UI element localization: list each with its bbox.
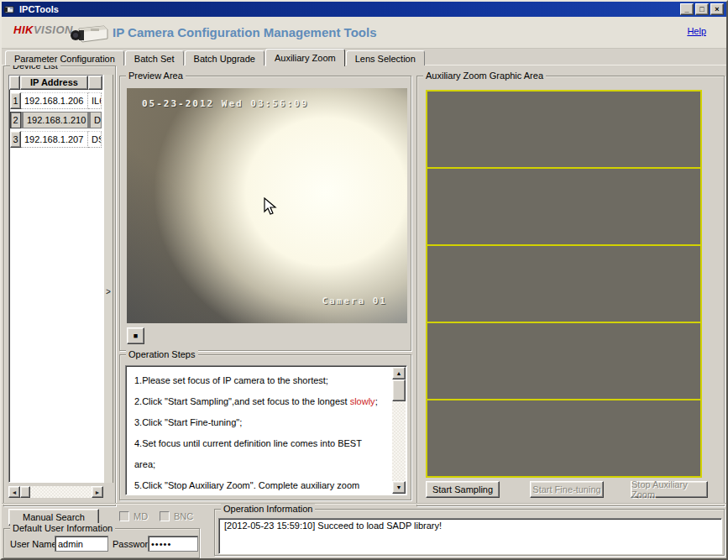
device-row-1[interactable]: 1 192.168.1.206 IL6 (10, 92, 102, 109)
page-title: IP Camera Configuration Management Tools (113, 25, 377, 39)
user-name-field[interactable] (55, 536, 107, 551)
device-list-expander[interactable]: > (103, 75, 113, 483)
preview-area-label: Preview Area (126, 71, 186, 81)
log-line: [2012-05-23 15:59:10] Succeed to load SA… (224, 521, 716, 531)
stop-auxiliary-zoom-button[interactable]: Stop Auxiliary Zoom (631, 481, 708, 498)
model-column-header[interactable] (88, 76, 102, 90)
tab-auxiliary-zoom[interactable]: Auxiliary Zoom (265, 49, 345, 66)
close-button[interactable]: × (710, 3, 724, 15)
minimize-button[interactable]: _ (680, 3, 694, 15)
preview-area-group: Preview Area 05-23-2012 Wed 03:56:09 Cam… (119, 76, 411, 351)
bnc-checkbox-label: BNC (174, 511, 193, 521)
step-line: 1.Please set focus of IP camera to the s… (134, 370, 385, 391)
password-field[interactable] (149, 536, 197, 551)
stop-icon: ■ (134, 328, 138, 343)
ip-address-column-header[interactable]: IP Address (20, 76, 88, 90)
hikvision-logo: HIKVISION (13, 24, 73, 36)
step-line: 5.Click "Stop Auxiliary Zoom". Complete … (134, 475, 385, 495)
app-icon (4, 4, 16, 14)
camera-product-image (65, 22, 109, 45)
device-row-3[interactable]: 3 192.168.1.207 DS2 (10, 131, 102, 148)
default-user-info-label: Default User Information (10, 523, 115, 533)
step-line: 2.Click "Start Sampling",and set focus t… (134, 391, 385, 412)
device-row-2-selected[interactable]: 2 192.168.1.210 DS- (10, 112, 102, 128)
tab-parameter-configuration[interactable]: Parameter Configuration (5, 50, 124, 65)
title-bar: IPCTools _ □ × (2, 2, 726, 17)
help-link[interactable]: Help (687, 26, 706, 36)
device-list-horizontal-scrollbar[interactable]: ◄ ► (8, 486, 103, 498)
scroll-up-icon[interactable]: ▲ (392, 367, 406, 379)
operation-steps-label: Operation Steps (126, 349, 198, 359)
zoom-graph-panel-2 (426, 167, 702, 246)
brand-hik: HIK (13, 24, 34, 36)
aux-zoom-buttons: Start Sampling Start Fine-tuning Stop Au… (426, 481, 719, 498)
osd-camera-name: Camera 01 (322, 296, 387, 306)
operation-steps-scrollbar[interactable]: ▲ ▼ (392, 367, 406, 494)
tab-lens-selection[interactable]: Lens Selection (346, 50, 425, 65)
scrollbar-thumb[interactable] (20, 486, 30, 498)
default-user-info-group: Default User Information User Name Passw… (3, 528, 200, 558)
operation-information-label: Operation Information (221, 504, 315, 514)
row-ip[interactable]: 192.168.1.210 (21, 112, 88, 128)
scroll-left-icon[interactable]: ◄ (8, 486, 20, 498)
tab-bar: Parameter Configuration Batch Set Batch … (5, 50, 426, 65)
zoom-graph-panel-1 (426, 90, 702, 169)
zoom-graph-panel-3 (426, 244, 702, 323)
user-name-label: User Name (10, 537, 57, 551)
row-number[interactable]: 2 (10, 112, 21, 128)
auxiliary-zoom-group: Auxiliary Zoom Graphic Area Start Sampli… (416, 76, 725, 506)
operation-log[interactable]: [2012-05-23 15:59:10] Succeed to load SA… (218, 518, 722, 554)
row-ip[interactable]: 192.168.1.207 (21, 131, 88, 148)
maximize-button[interactable]: □ (695, 3, 709, 15)
chevron-right-icon: > (106, 287, 111, 296)
row-number-column-header[interactable] (9, 76, 20, 90)
row-number[interactable]: 3 (10, 131, 21, 148)
operation-steps-text[interactable]: 1.Please set focus of IP camera to the s… (125, 365, 407, 495)
bnc-checkbox[interactable] (160, 511, 170, 521)
tab-batch-set[interactable]: Batch Set (125, 50, 184, 65)
start-sampling-button[interactable]: Start Sampling (426, 481, 500, 498)
camera-video-feed[interactable]: 05-23-2012 Wed 03:56:09 Camera 01 (127, 88, 407, 323)
app-window: IPCTools _ □ × HIKVISION IP Camera Confi… (0, 0, 728, 560)
device-list-header: IP Address (9, 76, 102, 90)
step-line: 4.Set focus until current definition lin… (134, 433, 385, 475)
device-list-table: IP Address 1 192.168.1.206 IL6 2 192.168… (8, 75, 103, 483)
bottom-divider (2, 503, 726, 505)
row-model[interactable]: IL6 (88, 92, 102, 109)
step-line: 3.Click "Start Fine-tuning"; (134, 412, 385, 433)
stop-preview-button[interactable]: ■ (127, 327, 144, 344)
device-list-group: Device List IP Address 1 192.168.1.206 I… (3, 65, 116, 506)
mouse-cursor-icon (264, 197, 277, 216)
password-label: Password (113, 537, 153, 551)
md-checkbox-label: MD (134, 511, 148, 521)
operation-information-group: Operation Information [2012-05-23 15:59:… (214, 509, 725, 556)
tab-batch-upgrade[interactable]: Batch Upgrade (185, 50, 264, 65)
zoom-graph-panel-5 (426, 399, 702, 478)
scroll-right-icon[interactable]: ► (92, 486, 103, 498)
row-ip[interactable]: 192.168.1.206 (21, 92, 88, 109)
app-header: HIKVISION IP Camera Configuration Manage… (2, 17, 726, 49)
window-title: IPCTools (19, 4, 678, 14)
md-checkbox[interactable] (119, 511, 129, 521)
start-fine-tuning-button[interactable]: Start Fine-tuning (530, 481, 604, 498)
zoom-graph-panel-4 (426, 322, 702, 400)
osd-timestamp: 05-23-2012 Wed 03:56:09 (142, 98, 308, 109)
row-model[interactable]: DS- (88, 112, 102, 128)
scrollbar-track[interactable] (30, 486, 92, 498)
scrollbar-thumb[interactable] (392, 379, 406, 401)
auxiliary-zoom-label: Auxiliary Zoom Graphic Area (423, 71, 546, 81)
row-number[interactable]: 1 (10, 92, 21, 109)
operation-steps-group: Operation Steps 1.Please set focus of IP… (119, 354, 411, 500)
scroll-down-icon[interactable]: ▼ (392, 481, 406, 494)
zoom-graph-panels (426, 90, 702, 478)
row-model[interactable]: DS2 (88, 131, 102, 148)
